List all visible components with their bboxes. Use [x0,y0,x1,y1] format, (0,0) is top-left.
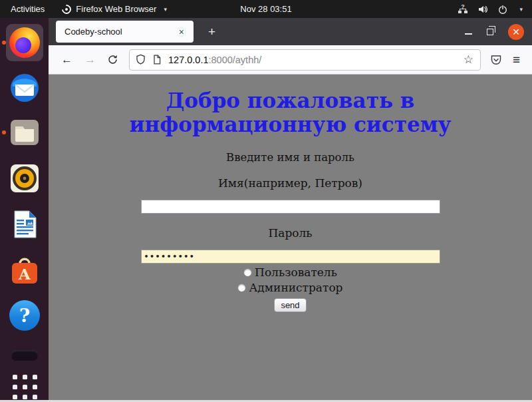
dark-app-icon [11,350,38,361]
files-icon [9,116,41,148]
ubuntu-software-icon: A [9,254,41,286]
volume-icon [477,4,489,15]
running-indicator [2,130,6,134]
name-label: Имя(например, Петров) [49,176,532,190]
app-grid-icon [13,375,37,399]
forward-button[interactable]: → [78,51,102,69]
web-page: Добро пожаловать в информационную систем… [49,75,532,401]
svg-text:?: ? [462,4,466,10]
password-label: Пароль [49,226,532,240]
thunderbird-icon [9,72,41,104]
tab-bar: Codeby-school × + ✕ [49,18,532,45]
reload-button[interactable] [102,53,124,67]
libreoffice-writer-icon [9,208,41,240]
subtitle: Введите имя и пароль [49,151,532,164]
dock-item-firefox[interactable] [8,26,41,59]
send-button[interactable]: send [274,298,306,312]
help-icon: ? [9,300,40,331]
chevron-down-icon: ▾ [164,6,167,13]
shield-permissions-icon[interactable] [135,54,146,65]
tab-close-icon[interactable]: × [176,26,188,38]
dropdown-caret-icon: ▾ [519,6,523,13]
dock-item-rhythmbox[interactable] [8,162,41,195]
tab-title: Codeby-school [65,27,176,37]
dock-item-libreoffice-writer[interactable] [8,208,41,241]
desktop: Activities Firefox Web Browser ▾ Nov 28 … [0,0,532,402]
menu-hamburger-icon[interactable]: ≡ [513,53,520,67]
password-input[interactable] [141,250,440,264]
name-input[interactable] [141,200,440,214]
dock-item-ubuntu-software[interactable]: A [8,254,41,287]
running-indicator [2,41,6,45]
radio-option-admin[interactable]: Администратор [49,281,532,294]
url-path: :8000/aythh/ [208,55,261,65]
tab-codeby-school[interactable]: Codeby-school × [56,21,194,43]
activities-button[interactable]: Activities [0,0,55,18]
page-info-icon[interactable] [152,54,162,65]
dock-item-help[interactable]: ? [8,299,41,332]
radio-button-icon[interactable] [243,268,252,277]
radio-admin-label: Администратор [249,281,342,294]
dock-item-thunderbird[interactable] [8,71,41,104]
new-tab-button[interactable]: + [203,24,221,40]
firefox-window: Codeby-school × + ✕ ← → [49,18,532,402]
page-title: Добро пожаловать в информационную систем… [91,89,490,136]
url-bar[interactable]: 127.0.0.1:8000/aythh/ ☆ [129,49,481,71]
show-applications-button[interactable] [8,367,41,402]
ubuntu-dock: A ? [0,18,49,402]
minimize-button[interactable] [465,33,472,35]
toolbar-right: ≡ [489,53,525,67]
url-host: 127.0.0.1 [168,55,208,65]
network-question-icon: ? [458,4,469,15]
radio-option-user[interactable]: Пользователь [49,266,532,279]
reload-icon [107,54,118,65]
restore-button[interactable] [487,29,493,35]
gnome-top-bar: Activities Firefox Web Browser ▾ Nov 28 … [0,0,532,18]
system-tray[interactable]: ? ▾ [458,4,532,15]
save-to-pocket-icon[interactable] [490,54,502,66]
power-icon [497,4,508,15]
navigation-toolbar: ← → 127.0.0.1:8000/aythh/ ☆ [49,45,532,75]
app-menu[interactable]: Firefox Web Browser ▾ [55,0,174,18]
rhythmbox-icon [9,162,41,194]
firefox-icon [9,27,40,58]
dock-item-dark-app[interactable] [8,345,41,365]
svg-text:A: A [18,265,31,283]
radio-button-icon[interactable] [237,284,246,292]
dock-item-files[interactable] [8,116,41,149]
back-button[interactable]: ← [55,51,78,69]
radio-user-label: Пользователь [255,266,337,279]
firefox-symbolic-icon [60,3,73,16]
bookmark-star-icon[interactable]: ☆ [462,53,475,67]
close-button[interactable]: ✕ [508,24,524,40]
window-controls: ✕ [465,24,532,40]
app-menu-label: Firefox Web Browser [76,4,156,14]
url-text[interactable]: 127.0.0.1:8000/aythh/ [168,55,462,65]
